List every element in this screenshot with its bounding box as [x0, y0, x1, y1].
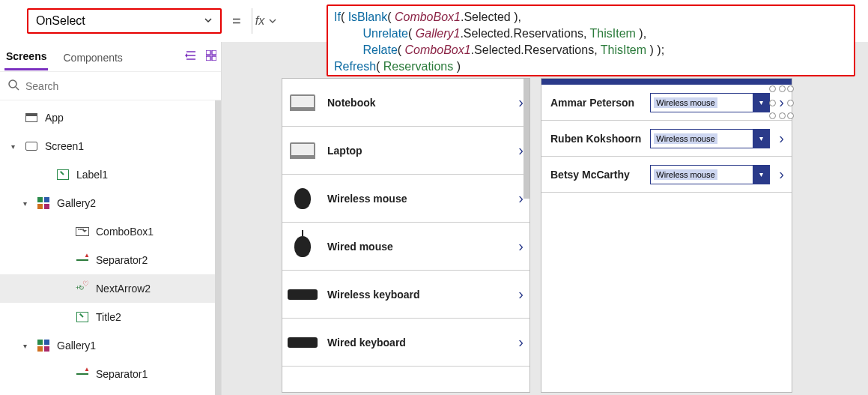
tree-item-combobox1[interactable]: ComboBox1 — [0, 217, 221, 246]
tree-search-input[interactable] — [25, 80, 213, 92]
tree-item-label1[interactable]: Label1 — [0, 160, 221, 189]
tree-panel: Screens Components App▾Screen1Label1▾Gal… — [0, 42, 222, 395]
product-thumb — [287, 331, 318, 355]
tree-item-gallery2[interactable]: ▾Gallery2 — [0, 189, 221, 217]
chevron-down-icon: ▾ — [753, 94, 769, 112]
screen-icon — [24, 142, 39, 151]
tree-item-screen1[interactable]: ▾Screen1 — [0, 132, 221, 160]
chevron-right-icon[interactable]: › — [518, 238, 523, 255]
tree-collapse-icon[interactable] — [185, 50, 197, 64]
reservation-combobox[interactable]: Wireless mouse▾ — [650, 129, 770, 148]
next-arrow-icon[interactable]: › — [777, 166, 786, 183]
product-row[interactable]: Wired mouse› — [282, 223, 529, 271]
product-label: Wireless keyboard — [327, 289, 509, 301]
reservation-row: Ammar PetersonWireless mouse▾› — [541, 85, 792, 121]
product-label: Wired mouse — [327, 241, 509, 253]
sep-icon — [75, 255, 90, 265]
equals-label: = — [228, 13, 246, 30]
tree-item-label: NextArrow2 — [96, 283, 151, 295]
tree-item-label: ComboBox1 — [96, 226, 154, 238]
combo-icon — [75, 227, 90, 236]
svg-point-4 — [9, 80, 16, 88]
tree-item-label: Gallery2 — [57, 197, 96, 209]
sep-icon — [75, 369, 90, 379]
tab-components[interactable]: Components — [61, 44, 124, 70]
chevron-down-icon — [269, 17, 276, 25]
chevron-right-icon[interactable]: › — [518, 286, 523, 303]
grid-view-icon[interactable] — [206, 50, 216, 64]
product-thumb — [287, 283, 318, 307]
canvas: Notebook›Laptop›Wireless mouse›Wired mou… — [222, 42, 868, 395]
panel-tabs: Screens Components — [0, 42, 221, 72]
tree-item-label: Title2 — [96, 311, 121, 323]
product-thumb — [287, 235, 318, 259]
tree-item-label: Screen1 — [45, 140, 84, 152]
chevron-right-icon[interactable]: › — [518, 334, 523, 351]
svg-rect-1 — [212, 50, 216, 55]
chevron-down-icon: ▾ — [753, 166, 769, 184]
reservation-name: Ammar Peterson — [550, 97, 643, 109]
product-thumb — [287, 187, 318, 211]
product-label: Laptop — [327, 145, 509, 157]
scrollbar[interactable] — [215, 100, 221, 395]
tree-search — [0, 72, 221, 100]
chevron-down-icon — [204, 14, 213, 28]
tree-item-nextarrow2[interactable]: NextArrow2 — [0, 274, 221, 303]
tree-item-title2[interactable]: Title2 — [0, 303, 221, 331]
tree-item-app[interactable]: App — [0, 103, 221, 132]
gallery-icon — [36, 340, 51, 352]
reservation-row: Ruben KokshoornWireless mouse▾› — [541, 121, 792, 157]
reservation-combobox[interactable]: Wireless mouse▾ — [650, 165, 770, 184]
fx-label: fx — [255, 14, 264, 28]
next-arrow-icon[interactable]: › — [777, 130, 786, 147]
chevron-right-icon[interactable]: › — [518, 142, 523, 159]
label-icon — [55, 169, 70, 180]
tree-item-separator2[interactable]: Separator2 — [0, 246, 221, 274]
product-label: Wireless mouse — [327, 193, 509, 205]
tree-view: App▾Screen1Label1▾Gallery2ComboBox1Separ… — [0, 100, 221, 395]
scrollbar[interactable] — [523, 79, 529, 199]
tree-item-label: Label1 — [76, 169, 108, 181]
tree-item-label: Separator2 — [96, 254, 148, 266]
fx-button[interactable]: fx — [252, 8, 284, 34]
caret-icon: ▾ — [7, 142, 18, 151]
reservation-name: Ruben Kokshoorn — [550, 133, 643, 145]
tree-item-separator1[interactable]: Separator1 — [0, 360, 221, 388]
combobox-value: Wireless mouse — [654, 97, 717, 108]
product-thumb — [287, 91, 318, 115]
reservation-row: Betsy McCarthyWireless mouse▾› — [541, 157, 792, 193]
next-arrow-icon[interactable]: › — [777, 94, 786, 110]
property-dropdown[interactable]: OnSelect — [27, 8, 222, 34]
reservations-header — [541, 79, 792, 85]
tree-item-label: Gallery1 — [57, 340, 96, 352]
tree-item-label: App — [45, 112, 64, 124]
product-row[interactable]: Wired keyboard› — [282, 319, 529, 367]
svg-rect-2 — [206, 56, 210, 61]
product-row[interactable]: Wireless keyboard› — [282, 271, 529, 319]
product-label: Notebook — [327, 97, 509, 109]
product-row[interactable]: Wireless mouse› — [282, 175, 529, 223]
tab-screens[interactable]: Screens — [4, 43, 48, 70]
formula-bar[interactable]: If( IsBlank( ComboBox1.Selected ), Unrel… — [327, 4, 855, 76]
combobox-value: Wireless mouse — [654, 133, 717, 144]
product-row[interactable]: Notebook› — [282, 79, 529, 127]
gallery1-pane: Notebook›Laptop›Wireless mouse›Wired mou… — [282, 78, 530, 393]
tree-item-gallery1[interactable]: ▾Gallery1 — [0, 331, 221, 360]
next-icon — [75, 283, 90, 295]
gallery-icon — [36, 197, 51, 209]
svg-rect-0 — [206, 50, 210, 55]
chevron-down-icon: ▾ — [753, 130, 769, 148]
chevron-right-icon[interactable]: › — [518, 190, 523, 207]
svg-rect-3 — [212, 56, 216, 61]
gallery2-pane: Ammar PetersonWireless mouse▾›Ruben Koks… — [541, 78, 792, 393]
property-dropdown-value: OnSelect — [36, 14, 85, 28]
tree-item-label: Separator1 — [96, 368, 148, 380]
reservation-combobox[interactable]: Wireless mouse▾ — [650, 93, 770, 112]
reservation-name: Betsy McCarthy — [550, 169, 643, 181]
search-icon — [7, 79, 19, 94]
product-row[interactable]: Laptop› — [282, 127, 529, 175]
chevron-right-icon[interactable]: › — [518, 94, 523, 111]
product-label: Wired keyboard — [327, 337, 509, 349]
product-thumb — [287, 139, 318, 163]
caret-icon: ▾ — [19, 342, 30, 350]
